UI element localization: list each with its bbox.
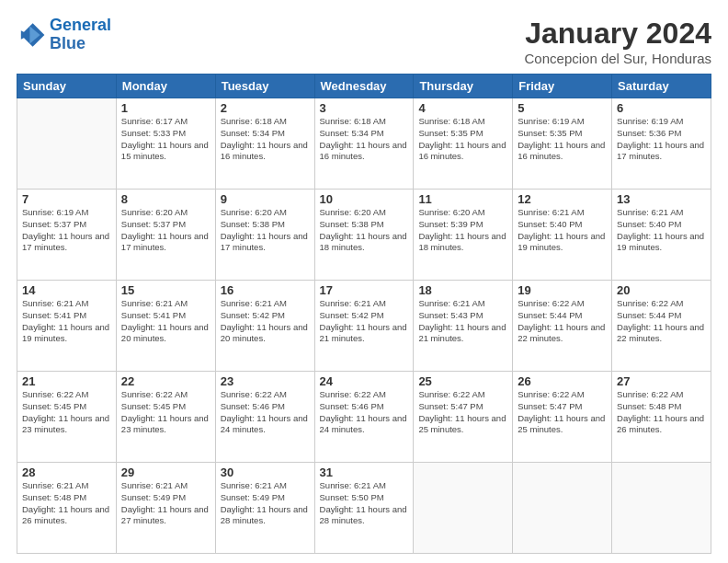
day-number: 4 [418, 101, 507, 115]
calendar-cell: 24Sunrise: 6:22 AMSunset: 5:46 PMDayligh… [314, 372, 414, 463]
day-info: Sunrise: 6:22 AMSunset: 5:44 PMDaylight:… [518, 298, 607, 345]
main-title: January 2024 [525, 17, 711, 51]
day-number: 1 [121, 101, 210, 115]
day-info: Sunrise: 6:21 AMSunset: 5:40 PMDaylight:… [518, 207, 607, 254]
day-info: Sunrise: 6:21 AMSunset: 5:49 PMDaylight:… [221, 480, 310, 527]
calendar-cell: 22Sunrise: 6:22 AMSunset: 5:45 PMDayligh… [116, 372, 215, 463]
calendar-cell: 7Sunrise: 6:19 AMSunset: 5:37 PMDaylight… [17, 190, 117, 281]
calendar: Sunday Monday Tuesday Wednesday Thursday… [17, 74, 711, 554]
calendar-cell: 3Sunrise: 6:18 AMSunset: 5:34 PMDaylight… [314, 98, 414, 190]
day-info: Sunrise: 6:22 AMSunset: 5:46 PMDaylight:… [320, 389, 409, 436]
day-number: 26 [518, 374, 607, 388]
calendar-week-2: 14Sunrise: 6:21 AMSunset: 5:41 PMDayligh… [17, 281, 711, 372]
day-number: 22 [121, 374, 210, 388]
day-number: 20 [617, 283, 706, 297]
day-info: Sunrise: 6:21 AMSunset: 5:50 PMDaylight:… [320, 480, 409, 527]
day-info: Sunrise: 6:17 AMSunset: 5:33 PMDaylight:… [121, 116, 210, 163]
day-number: 30 [221, 465, 310, 479]
day-info: Sunrise: 6:19 AMSunset: 5:37 PMDaylight:… [22, 207, 111, 254]
day-number: 12 [518, 192, 607, 206]
day-info: Sunrise: 6:21 AMSunset: 5:41 PMDaylight:… [22, 298, 111, 345]
logo-line2: Blue [50, 34, 85, 52]
logo-line1: General [50, 16, 111, 34]
calendar-cell: 14Sunrise: 6:21 AMSunset: 5:41 PMDayligh… [17, 281, 117, 372]
calendar-cell: 30Sunrise: 6:21 AMSunset: 5:49 PMDayligh… [215, 463, 314, 554]
calendar-cell: 17Sunrise: 6:21 AMSunset: 5:42 PMDayligh… [314, 281, 414, 372]
calendar-cell: 10Sunrise: 6:20 AMSunset: 5:38 PMDayligh… [314, 190, 414, 281]
day-number: 3 [320, 101, 409, 115]
day-number: 16 [221, 283, 310, 297]
day-number: 24 [320, 374, 409, 388]
day-info: Sunrise: 6:19 AMSunset: 5:35 PMDaylight:… [518, 116, 607, 163]
day-info: Sunrise: 6:20 AMSunset: 5:38 PMDaylight:… [320, 207, 409, 254]
day-number: 6 [617, 101, 706, 115]
page: General Blue January 2024 Concepcion del… [0, 0, 728, 563]
day-number: 28 [22, 465, 111, 479]
day-info: Sunrise: 6:20 AMSunset: 5:37 PMDaylight:… [121, 207, 210, 254]
day-number: 10 [320, 192, 409, 206]
calendar-cell: 5Sunrise: 6:19 AMSunset: 5:35 PMDaylight… [513, 98, 612, 190]
day-number: 25 [418, 374, 507, 388]
logo: General Blue [17, 17, 111, 53]
day-info: Sunrise: 6:21 AMSunset: 5:40 PMDaylight:… [617, 207, 706, 254]
calendar-cell: 23Sunrise: 6:22 AMSunset: 5:46 PMDayligh… [215, 372, 314, 463]
calendar-cell [612, 463, 711, 554]
day-number: 31 [320, 465, 409, 479]
day-info: Sunrise: 6:21 AMSunset: 5:49 PMDaylight:… [121, 480, 210, 527]
col-monday: Monday [116, 75, 215, 98]
col-saturday: Saturday [612, 75, 711, 98]
calendar-header: Sunday Monday Tuesday Wednesday Thursday… [17, 75, 711, 98]
day-info: Sunrise: 6:22 AMSunset: 5:45 PMDaylight:… [22, 389, 111, 436]
day-info: Sunrise: 6:19 AMSunset: 5:36 PMDaylight:… [617, 116, 706, 163]
calendar-cell: 11Sunrise: 6:20 AMSunset: 5:39 PMDayligh… [414, 190, 513, 281]
day-info: Sunrise: 6:20 AMSunset: 5:38 PMDaylight:… [221, 207, 310, 254]
header-row: Sunday Monday Tuesday Wednesday Thursday… [17, 75, 711, 98]
col-thursday: Thursday [414, 75, 513, 98]
calendar-cell: 2Sunrise: 6:18 AMSunset: 5:34 PMDaylight… [215, 98, 314, 190]
calendar-week-4: 28Sunrise: 6:21 AMSunset: 5:48 PMDayligh… [17, 463, 711, 554]
calendar-cell: 20Sunrise: 6:22 AMSunset: 5:44 PMDayligh… [612, 281, 711, 372]
day-info: Sunrise: 6:18 AMSunset: 5:34 PMDaylight:… [221, 116, 310, 163]
subtitle: Concepcion del Sur, Honduras [525, 51, 711, 66]
day-number: 13 [617, 192, 706, 206]
col-wednesday: Wednesday [314, 75, 414, 98]
logo-text: General Blue [50, 17, 111, 53]
day-info: Sunrise: 6:20 AMSunset: 5:39 PMDaylight:… [418, 207, 507, 254]
day-number: 9 [221, 192, 310, 206]
day-number: 7 [22, 192, 111, 206]
day-number: 19 [518, 283, 607, 297]
calendar-cell: 12Sunrise: 6:21 AMSunset: 5:40 PMDayligh… [513, 190, 612, 281]
day-number: 17 [320, 283, 409, 297]
calendar-week-3: 21Sunrise: 6:22 AMSunset: 5:45 PMDayligh… [17, 372, 711, 463]
title-block: January 2024 Concepcion del Sur, Hondura… [525, 17, 711, 66]
calendar-cell: 16Sunrise: 6:21 AMSunset: 5:42 PMDayligh… [215, 281, 314, 372]
day-info: Sunrise: 6:21 AMSunset: 5:42 PMDaylight:… [221, 298, 310, 345]
col-friday: Friday [513, 75, 612, 98]
day-number: 11 [418, 192, 507, 206]
day-number: 8 [121, 192, 210, 206]
calendar-cell: 15Sunrise: 6:21 AMSunset: 5:41 PMDayligh… [116, 281, 215, 372]
calendar-cell: 4Sunrise: 6:18 AMSunset: 5:35 PMDaylight… [414, 98, 513, 190]
day-number: 5 [518, 101, 607, 115]
calendar-cell: 25Sunrise: 6:22 AMSunset: 5:47 PMDayligh… [414, 372, 513, 463]
calendar-cell: 28Sunrise: 6:21 AMSunset: 5:48 PMDayligh… [17, 463, 117, 554]
day-number: 14 [22, 283, 111, 297]
day-info: Sunrise: 6:22 AMSunset: 5:48 PMDaylight:… [617, 389, 706, 436]
calendar-cell [513, 463, 612, 554]
day-info: Sunrise: 6:22 AMSunset: 5:46 PMDaylight:… [221, 389, 310, 436]
day-number: 29 [121, 465, 210, 479]
day-info: Sunrise: 6:21 AMSunset: 5:41 PMDaylight:… [121, 298, 210, 345]
col-tuesday: Tuesday [215, 75, 314, 98]
calendar-cell [414, 463, 513, 554]
day-number: 2 [221, 101, 310, 115]
calendar-cell: 31Sunrise: 6:21 AMSunset: 5:50 PMDayligh… [314, 463, 414, 554]
calendar-cell: 26Sunrise: 6:22 AMSunset: 5:47 PMDayligh… [513, 372, 612, 463]
calendar-week-1: 7Sunrise: 6:19 AMSunset: 5:37 PMDaylight… [17, 190, 711, 281]
calendar-cell: 18Sunrise: 6:21 AMSunset: 5:43 PMDayligh… [414, 281, 513, 372]
calendar-cell: 21Sunrise: 6:22 AMSunset: 5:45 PMDayligh… [17, 372, 117, 463]
day-info: Sunrise: 6:21 AMSunset: 5:48 PMDaylight:… [22, 480, 111, 527]
calendar-cell: 6Sunrise: 6:19 AMSunset: 5:36 PMDaylight… [612, 98, 711, 190]
calendar-cell: 1Sunrise: 6:17 AMSunset: 5:33 PMDaylight… [116, 98, 215, 190]
calendar-body: 1Sunrise: 6:17 AMSunset: 5:33 PMDaylight… [17, 98, 711, 554]
day-number: 21 [22, 374, 111, 388]
